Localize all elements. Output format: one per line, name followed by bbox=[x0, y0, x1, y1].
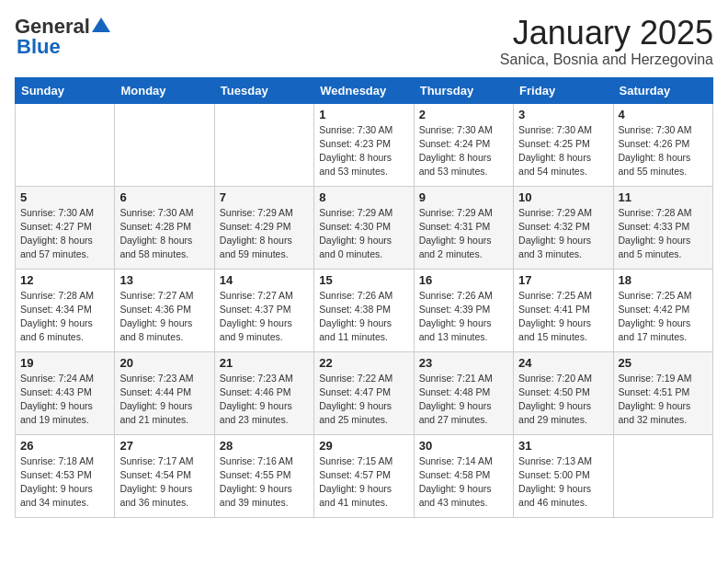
calendar-cell: 6Sunrise: 7:30 AM Sunset: 4:28 PM Daylig… bbox=[115, 186, 214, 269]
day-info: Sunrise: 7:26 AM Sunset: 4:39 PM Dayligh… bbox=[419, 289, 508, 345]
day-info: Sunrise: 7:23 AM Sunset: 4:46 PM Dayligh… bbox=[220, 372, 309, 428]
calendar-cell: 29Sunrise: 7:15 AM Sunset: 4:57 PM Dayli… bbox=[314, 434, 414, 517]
calendar-cell: 31Sunrise: 7:13 AM Sunset: 5:00 PM Dayli… bbox=[514, 434, 613, 517]
day-number: 11 bbox=[619, 190, 708, 204]
day-number: 2 bbox=[419, 108, 508, 121]
day-info: Sunrise: 7:30 AM Sunset: 4:24 PM Dayligh… bbox=[419, 123, 508, 179]
logo-icon bbox=[92, 17, 110, 32]
calendar-cell bbox=[214, 103, 313, 186]
day-number: 5 bbox=[20, 190, 109, 204]
title-block: January 2025 Sanica, Bosnia and Herzegov… bbox=[500, 15, 713, 68]
weekday-header-sunday: Sunday bbox=[16, 77, 115, 103]
day-number: 7 bbox=[220, 190, 309, 204]
day-number: 19 bbox=[20, 356, 109, 370]
day-number: 12 bbox=[20, 273, 109, 287]
day-number: 17 bbox=[518, 273, 608, 287]
weekday-header-saturday: Saturday bbox=[613, 77, 712, 103]
day-info: Sunrise: 7:30 AM Sunset: 4:26 PM Dayligh… bbox=[619, 123, 708, 179]
day-info: Sunrise: 7:29 AM Sunset: 4:29 PM Dayligh… bbox=[220, 206, 309, 262]
day-number: 3 bbox=[518, 108, 608, 121]
calendar-cell: 16Sunrise: 7:26 AM Sunset: 4:39 PM Dayli… bbox=[414, 269, 513, 351]
calendar-cell: 13Sunrise: 7:27 AM Sunset: 4:36 PM Dayli… bbox=[115, 269, 214, 351]
calendar-cell bbox=[613, 434, 712, 517]
calendar-cell: 10Sunrise: 7:29 AM Sunset: 4:32 PM Dayli… bbox=[514, 186, 613, 269]
calendar-cell: 21Sunrise: 7:23 AM Sunset: 4:46 PM Dayli… bbox=[214, 351, 313, 434]
day-number: 10 bbox=[518, 190, 608, 204]
day-info: Sunrise: 7:21 AM Sunset: 4:48 PM Dayligh… bbox=[419, 372, 508, 428]
day-info: Sunrise: 7:30 AM Sunset: 4:23 PM Dayligh… bbox=[319, 123, 408, 179]
day-info: Sunrise: 7:25 AM Sunset: 4:41 PM Dayligh… bbox=[518, 289, 608, 345]
day-number: 9 bbox=[419, 190, 508, 204]
day-info: Sunrise: 7:22 AM Sunset: 4:47 PM Dayligh… bbox=[319, 372, 408, 428]
day-info: Sunrise: 7:15 AM Sunset: 4:57 PM Dayligh… bbox=[319, 454, 408, 511]
day-info: Sunrise: 7:28 AM Sunset: 4:34 PM Dayligh… bbox=[20, 289, 109, 345]
logo-blue-text: Blue bbox=[17, 35, 61, 59]
calendar-week-row: 19Sunrise: 7:24 AM Sunset: 4:43 PM Dayli… bbox=[16, 351, 713, 434]
day-number: 28 bbox=[220, 439, 309, 453]
calendar-cell: 3Sunrise: 7:30 AM Sunset: 4:25 PM Daylig… bbox=[514, 103, 613, 186]
day-number: 8 bbox=[319, 190, 408, 204]
svg-marker-0 bbox=[92, 17, 110, 32]
weekday-header-tuesday: Tuesday bbox=[214, 77, 313, 103]
calendar-cell: 7Sunrise: 7:29 AM Sunset: 4:29 PM Daylig… bbox=[214, 186, 313, 269]
calendar-cell: 15Sunrise: 7:26 AM Sunset: 4:38 PM Dayli… bbox=[314, 269, 414, 351]
day-info: Sunrise: 7:29 AM Sunset: 4:30 PM Dayligh… bbox=[319, 206, 408, 262]
day-info: Sunrise: 7:27 AM Sunset: 4:37 PM Dayligh… bbox=[220, 289, 309, 345]
calendar-cell: 12Sunrise: 7:28 AM Sunset: 4:34 PM Dayli… bbox=[16, 269, 115, 351]
day-info: Sunrise: 7:24 AM Sunset: 4:43 PM Dayligh… bbox=[20, 372, 109, 428]
day-info: Sunrise: 7:16 AM Sunset: 4:55 PM Dayligh… bbox=[220, 454, 309, 511]
day-info: Sunrise: 7:17 AM Sunset: 4:54 PM Dayligh… bbox=[119, 454, 209, 511]
calendar-cell: 2Sunrise: 7:30 AM Sunset: 4:24 PM Daylig… bbox=[414, 103, 513, 186]
day-number: 15 bbox=[319, 273, 408, 287]
day-number: 14 bbox=[220, 273, 309, 287]
day-number: 16 bbox=[419, 273, 508, 287]
calendar-cell: 18Sunrise: 7:25 AM Sunset: 4:42 PM Dayli… bbox=[613, 269, 712, 351]
calendar-cell: 14Sunrise: 7:27 AM Sunset: 4:37 PM Dayli… bbox=[214, 269, 313, 351]
month-title: January 2025 bbox=[500, 15, 713, 52]
day-number: 29 bbox=[319, 439, 408, 453]
calendar-cell: 28Sunrise: 7:16 AM Sunset: 4:55 PM Dayli… bbox=[214, 434, 313, 517]
day-info: Sunrise: 7:19 AM Sunset: 4:51 PM Dayligh… bbox=[619, 372, 708, 428]
calendar-cell: 8Sunrise: 7:29 AM Sunset: 4:30 PM Daylig… bbox=[314, 186, 414, 269]
day-info: Sunrise: 7:29 AM Sunset: 4:32 PM Dayligh… bbox=[518, 206, 608, 262]
calendar-week-row: 5Sunrise: 7:30 AM Sunset: 4:27 PM Daylig… bbox=[16, 186, 713, 269]
calendar-cell: 20Sunrise: 7:23 AM Sunset: 4:44 PM Dayli… bbox=[115, 351, 214, 434]
day-number: 20 bbox=[119, 356, 209, 370]
location-title: Sanica, Bosnia and Herzegovina bbox=[500, 52, 713, 68]
day-info: Sunrise: 7:30 AM Sunset: 4:27 PM Dayligh… bbox=[20, 206, 109, 262]
weekday-header-monday: Monday bbox=[115, 77, 214, 103]
calendar-week-row: 26Sunrise: 7:18 AM Sunset: 4:53 PM Dayli… bbox=[16, 434, 713, 517]
calendar-cell: 26Sunrise: 7:18 AM Sunset: 4:53 PM Dayli… bbox=[16, 434, 115, 517]
calendar-week-row: 12Sunrise: 7:28 AM Sunset: 4:34 PM Dayli… bbox=[16, 269, 713, 351]
calendar-cell: 17Sunrise: 7:25 AM Sunset: 4:41 PM Dayli… bbox=[514, 269, 613, 351]
day-number: 22 bbox=[319, 356, 408, 370]
calendar-cell: 22Sunrise: 7:22 AM Sunset: 4:47 PM Dayli… bbox=[314, 351, 414, 434]
day-number: 23 bbox=[419, 356, 508, 370]
calendar-cell: 19Sunrise: 7:24 AM Sunset: 4:43 PM Dayli… bbox=[16, 351, 115, 434]
calendar-cell: 30Sunrise: 7:14 AM Sunset: 4:58 PM Dayli… bbox=[414, 434, 513, 517]
calendar-cell: 27Sunrise: 7:17 AM Sunset: 4:54 PM Dayli… bbox=[115, 434, 214, 517]
day-number: 13 bbox=[119, 273, 209, 287]
day-info: Sunrise: 7:23 AM Sunset: 4:44 PM Dayligh… bbox=[119, 372, 209, 428]
day-info: Sunrise: 7:30 AM Sunset: 4:25 PM Dayligh… bbox=[518, 123, 608, 179]
weekday-header-thursday: Thursday bbox=[414, 77, 513, 103]
day-number: 18 bbox=[619, 273, 708, 287]
day-info: Sunrise: 7:27 AM Sunset: 4:36 PM Dayligh… bbox=[119, 289, 209, 345]
calendar-table: SundayMondayTuesdayWednesdayThursdayFrid… bbox=[15, 77, 713, 518]
weekday-header-friday: Friday bbox=[514, 77, 613, 103]
day-info: Sunrise: 7:26 AM Sunset: 4:38 PM Dayligh… bbox=[319, 289, 408, 345]
calendar-week-row: 1Sunrise: 7:30 AM Sunset: 4:23 PM Daylig… bbox=[16, 103, 713, 186]
calendar-cell: 25Sunrise: 7:19 AM Sunset: 4:51 PM Dayli… bbox=[613, 351, 712, 434]
page-header: General Blue January 2025 Sanica, Bosnia… bbox=[15, 15, 713, 68]
day-info: Sunrise: 7:13 AM Sunset: 5:00 PM Dayligh… bbox=[518, 454, 608, 511]
day-number: 25 bbox=[619, 356, 708, 370]
weekday-header-row: SundayMondayTuesdayWednesdayThursdayFrid… bbox=[16, 77, 713, 103]
day-info: Sunrise: 7:30 AM Sunset: 4:28 PM Dayligh… bbox=[119, 206, 209, 262]
calendar-cell bbox=[115, 103, 214, 186]
day-number: 30 bbox=[419, 439, 508, 453]
calendar-cell: 4Sunrise: 7:30 AM Sunset: 4:26 PM Daylig… bbox=[613, 103, 712, 186]
day-info: Sunrise: 7:25 AM Sunset: 4:42 PM Dayligh… bbox=[619, 289, 708, 345]
day-number: 1 bbox=[319, 108, 408, 121]
day-info: Sunrise: 7:20 AM Sunset: 4:50 PM Dayligh… bbox=[518, 372, 608, 428]
day-info: Sunrise: 7:14 AM Sunset: 4:58 PM Dayligh… bbox=[419, 454, 508, 511]
